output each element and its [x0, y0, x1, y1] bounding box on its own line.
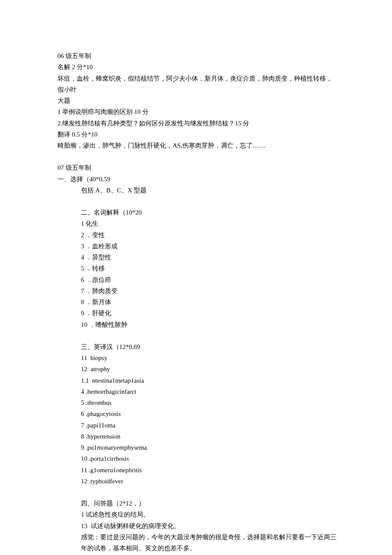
list-item: 1 化生 [58, 218, 337, 229]
document-page: 06 级五年制 名解 2 分*10 坏疽，血栓，蜂窝织炎，假结核结节，阿少夫小体… [0, 0, 392, 555]
list-item: 3 ．血栓形成 [58, 241, 337, 252]
s06-fanyi-body: 畸胎瘤，渗出，肺气肿，门脉性肝硬化，AS,伤寒肉芽肿，凋亡，忘了…… [58, 140, 337, 151]
list-item: 4 .hemorrhagicinfarct [58, 386, 337, 397]
s07-sec4-header: 四、问答题（2*12，） [58, 498, 337, 509]
s07-sec1-sub: 包括 A、B、C、X 型题 [58, 185, 337, 196]
s07-sec3-header: 三、英译汉（12*0.69 [58, 341, 337, 352]
s06-dati-2: 2.继发性肺结核有几种类型？如何区分原发性与继发性肺结核？15 分 [58, 118, 337, 129]
list-item: 10 ．嗜酸性脓肿 [58, 319, 337, 330]
list-item: 7 .papi11oma [58, 420, 337, 431]
list-item: 1 试述急性炎症的结局。 [58, 509, 337, 520]
list-item: 11 .g1omeru1onephritis [58, 465, 337, 476]
list-item: 10 .porta1cirrhosis [58, 453, 337, 464]
s06-dati-1: 1 举例说明癌与肉瘤的区别 10 分 [58, 106, 337, 117]
blank-spacer [58, 151, 337, 162]
s06-title: 06 级五年制 [58, 50, 337, 61]
list-item: 12 .typhoidfever [58, 476, 337, 487]
list-item: 4 ．异型性 [58, 252, 337, 263]
list-item: 8 .hypertension [58, 431, 337, 442]
list-item: 5 ．转移 [58, 263, 337, 274]
list-item: 11 biopsy [58, 352, 337, 363]
list-item: 6 ．原位癌 [58, 274, 337, 285]
list-item: 13 试述动脉粥样硬化的病理变化。 [58, 520, 337, 532]
list-item: 1.1 ntestina1metap1asia [58, 375, 337, 386]
list-item: 6 .phagocytosis [58, 408, 337, 419]
s07-sec1-header: 一、选择（40*0.59 [58, 174, 337, 185]
blank-spacer [58, 196, 337, 207]
s06-dati-header: 大题 [58, 95, 337, 106]
list-item: 8 ．新月体 [58, 296, 337, 308]
s07-sec2-header: 二、名词解释（10*20 [58, 207, 337, 218]
list-item: 9 ．肝硬化 [58, 308, 337, 319]
blank-spacer [58, 487, 337, 498]
s07-note: 感觉：要过是没问题的，今年的大题没考肿瘤的很是奇怪，选择题和名解只要看一下近两三… [58, 532, 337, 554]
s06-mingjie-header: 名解 2 分*10 [58, 61, 337, 73]
list-item: 12 atrophy [58, 363, 337, 375]
list-item: 9 .pu1monaryemphysema [58, 442, 337, 453]
list-item: 7 ．肺肉质变 [58, 285, 337, 296]
s06-mingjie-body: 坏疽，血栓，蜂窝织炎，假结核结节，阿少夫小体，新月体，炎症介质，肺肉质变，种植性… [58, 73, 337, 96]
blank-spacer [58, 330, 337, 341]
s07-title: 07 级五年制 [58, 162, 337, 173]
s06-fanyi-header: 翻译 0.5 分*10 [58, 129, 337, 140]
list-item: 2 ．变性 [58, 230, 337, 241]
list-item: 5 .thrombus [58, 397, 337, 408]
